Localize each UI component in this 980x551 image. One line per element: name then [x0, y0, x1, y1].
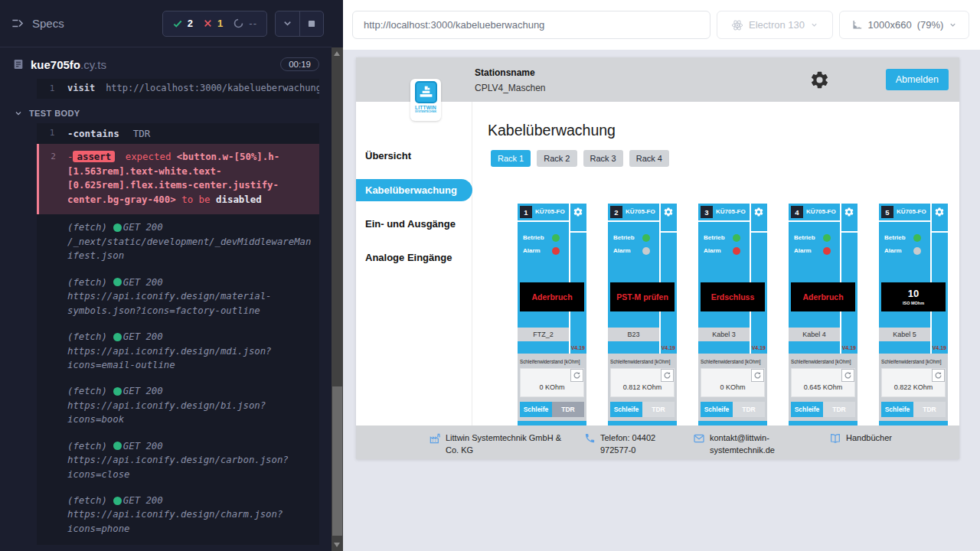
fetch-log-row[interactable]: (fetch)GET 200/_next/static/development/… [37, 214, 319, 269]
station-name-label: Stationsname [475, 67, 535, 78]
rack-tab[interactable]: Rack 4 [629, 150, 669, 167]
visit-command-row[interactable]: 1 visit http://localhost:3000/kabelueber… [37, 79, 319, 99]
alarm-led-row: Alarm [698, 247, 750, 256]
sidebar-item[interactable]: Kabelüberwachung [356, 179, 472, 201]
resistance-value-box: 0.822 KOhm [881, 368, 946, 397]
fetch-log-row[interactable]: (fetch)GET 200https://api.iconify.design… [37, 487, 319, 542]
footer-item[interactable]: Telefon: 04402 972577-0 [584, 432, 683, 457]
schleife-button[interactable]: Schleife [791, 402, 823, 417]
footer-item[interactable]: Littwin Systemtechnik GmbH & Co. KG [429, 432, 562, 457]
failed-assert-row[interactable]: 2 -assert expected <button.w-[50%].h-[1.… [37, 144, 319, 214]
refresh-button[interactable] [841, 369, 854, 382]
book-icon [829, 432, 841, 445]
sidebar-item[interactable]: Analoge Eingänge [365, 252, 452, 263]
status-ok-dot [113, 442, 122, 450]
alarm-led-row: Alarm [789, 247, 840, 256]
test-body-section[interactable]: TEST BODY [14, 109, 332, 118]
rack-tab[interactable]: Rack 2 [537, 150, 577, 167]
fetch-status: GET 200 [123, 439, 163, 453]
betrieb-led [733, 234, 740, 242]
logout-button[interactable]: Abmelden [886, 69, 949, 90]
collapse-button[interactable] [276, 11, 299, 36]
stat-passed: 2 [172, 18, 193, 29]
card-settings-icon[interactable] [753, 207, 764, 217]
line-number: 1 [37, 128, 67, 139]
browser-select[interactable]: Electron 130 [717, 11, 833, 39]
refresh-button[interactable] [751, 369, 764, 382]
card-settings-icon[interactable] [573, 207, 583, 217]
card-number: 2 [610, 206, 622, 218]
betrieb-led [913, 234, 921, 242]
specs-toggle[interactable]: Specs [11, 16, 64, 31]
fetch-log-row[interactable]: (fetch)GET 200https://api.iconify.design… [37, 324, 319, 378]
alarm-led [733, 247, 740, 255]
rack-tab[interactable]: Rack 1 [491, 150, 531, 167]
phone-icon [584, 432, 596, 444]
x-icon [203, 18, 213, 28]
fetch-url: https://api.iconify.design/mdi.json?icon… [67, 344, 315, 373]
fetch-log-row[interactable]: (fetch)GET 200https://api.iconify.design… [37, 269, 319, 324]
scrollbar-thumb[interactable] [332, 386, 342, 536]
refresh-button[interactable] [661, 369, 674, 382]
rack-tab[interactable]: Rack 3 [583, 150, 623, 167]
app-sidebar: ÜbersichtKabelüberwachungEin- und Ausgän… [356, 102, 472, 459]
sidebar-item[interactable]: Ein- und Ausgänge [365, 218, 456, 230]
resistance-value-box: 0.812 KOhm [610, 368, 675, 397]
stop-button[interactable] [299, 11, 323, 36]
card-divider [841, 231, 858, 233]
line-number: 2 [39, 150, 67, 207]
refresh-button[interactable] [570, 369, 583, 382]
tdr-button[interactable]: TDR [913, 402, 946, 417]
alarm-display: Aderbruch [791, 282, 855, 311]
betrieb-led [552, 234, 560, 242]
card-number: 5 [881, 206, 893, 218]
schleife-button[interactable]: Schleife [701, 402, 733, 417]
chevron-down-icon [949, 21, 957, 29]
card-settings-icon[interactable] [844, 207, 854, 217]
url-input[interactable]: http://localhost:3000/kabelueberwachung [352, 11, 710, 39]
settings-gear-icon[interactable] [809, 70, 830, 90]
contains-command-row[interactable]: 1 -contains TDR [37, 123, 319, 144]
card-settings-icon[interactable] [663, 207, 674, 217]
footer-text: Handbücher [846, 432, 938, 445]
schleife-button[interactable]: Schleife [520, 402, 552, 417]
schleife-button[interactable]: Schleife [881, 402, 913, 417]
card-model: KÜ705-FO [897, 208, 926, 215]
footer-item[interactable]: Handbücher [829, 432, 938, 445]
fetch-status: GET 200 [123, 330, 163, 344]
refresh-button[interactable] [932, 369, 945, 382]
scroll-down-arrow[interactable] [334, 543, 340, 547]
card-settings-icon[interactable] [934, 207, 945, 217]
spec-timer: 00:19 [280, 57, 319, 71]
card-model: KÜ705-FO [626, 208, 655, 215]
scroll-up-arrow[interactable] [334, 51, 340, 56]
stat-pending: -- [233, 18, 257, 29]
reporter-scrollbar[interactable] [332, 47, 343, 551]
fetch-prefix: (fetch) [67, 494, 107, 507]
sidebar-item[interactable]: Übersicht [365, 150, 411, 161]
viewport-select[interactable]: 1000x660 (79%) [839, 11, 969, 39]
email-icon [693, 432, 705, 445]
schleife-button[interactable]: Schleife [610, 402, 642, 417]
tdr-button[interactable]: TDR [642, 402, 675, 417]
device-card: 4 KÜ705-FO Betrieb Alarm Aderbruch Kabel… [789, 204, 858, 439]
card-number: 3 [701, 206, 713, 218]
fetch-url: https://api.iconify.design/carbon.json?i… [67, 453, 315, 481]
fetch-log-row[interactable]: (fetch)GET 200https://api.iconify.design… [37, 433, 319, 487]
tdr-button[interactable]: TDR [823, 402, 855, 417]
card-divider [518, 220, 569, 222]
app-header: Stationsname CPLV4_Maschen Abmelden [356, 57, 959, 102]
fetch-log-row[interactable]: (fetch)GET 200https://api.iconify.design… [37, 378, 319, 432]
fetch-prefix: (fetch) [67, 384, 107, 398]
measurement-display: 10ISO MOhm [881, 282, 946, 311]
resistance-label: Schleifenwiderstand [kOhm] [881, 359, 941, 364]
card-model: KÜ705-FO [716, 208, 746, 215]
spec-row[interactable]: kue705fo.cy.ts 00:19 [0, 47, 332, 79]
assert-message: -assert expected <button.w-[50%].h-[1.56… [67, 150, 313, 207]
card-divider [879, 220, 930, 222]
page-title: Kabelüberwachung [488, 122, 616, 139]
footer-item[interactable]: kontakt@littwin-systemtechnik.de [693, 432, 795, 457]
tdr-button[interactable]: TDR [733, 402, 765, 417]
cypress-reporter: Specs 2 1 -- [0, 0, 332, 551]
tdr-button[interactable]: TDR [552, 402, 584, 417]
